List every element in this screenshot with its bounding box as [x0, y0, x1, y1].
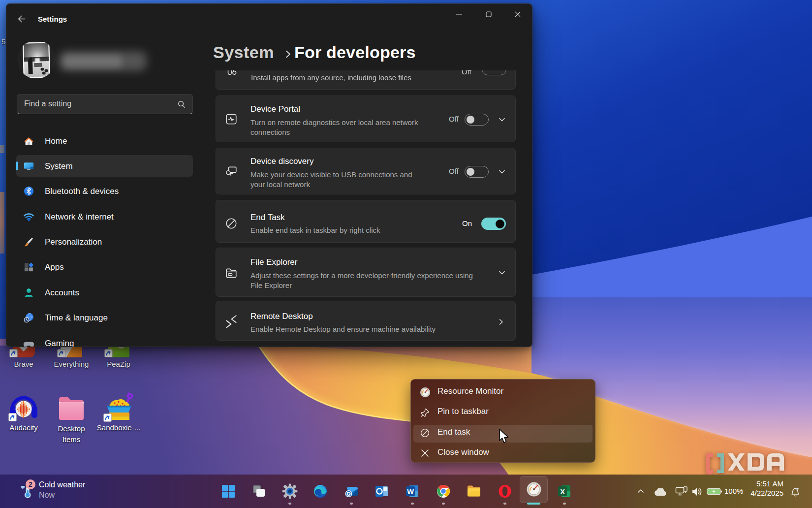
- svg-text:z: z: [798, 487, 800, 490]
- svg-text:X: X: [560, 488, 565, 496]
- svg-text:W: W: [407, 488, 414, 496]
